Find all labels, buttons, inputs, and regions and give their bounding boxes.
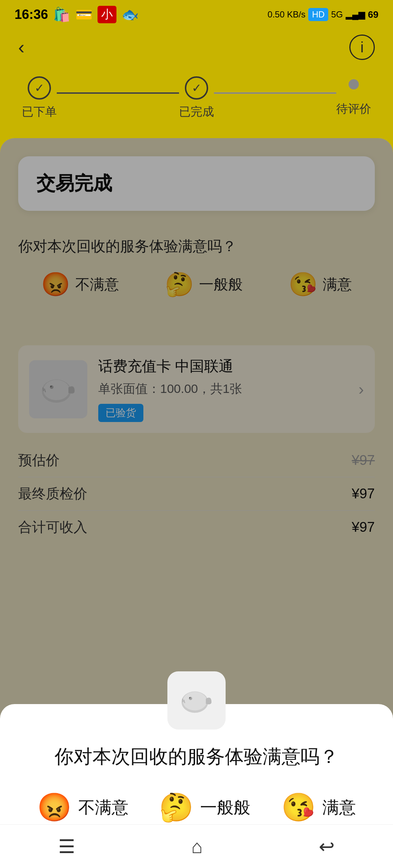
hd-badge: HD <box>308 8 328 21</box>
progress-line-1 <box>57 92 179 94</box>
sheet-neutral-emoji: 🤔 <box>159 791 194 824</box>
app-icon2: 🐟 <box>122 7 139 23</box>
top-nav: ‹ i <box>0 29 393 65</box>
signal-icon: ▂▄▆ <box>346 9 365 20</box>
svg-point-7 <box>183 692 207 710</box>
sheet-icon-container <box>22 671 371 730</box>
svg-point-8 <box>189 697 192 700</box>
info-button[interactable]: i <box>349 35 375 60</box>
sheet-satisfied-label: 满意 <box>322 796 356 819</box>
sheet-dissatisfied-emoji: 😡 <box>37 791 72 824</box>
bottom-nav: ☰ ⌂ ↩ <box>0 824 393 868</box>
step-ordered: ✓ 已下单 <box>22 76 57 120</box>
step2-label: 已完成 <box>179 104 214 120</box>
sheet-icon-box <box>167 671 226 730</box>
sheet-option-neutral[interactable]: 🤔 一般般 <box>159 791 250 824</box>
home-icon: ⌂ <box>191 836 203 857</box>
sheet-option-satisfied[interactable]: 😘 满意 <box>281 791 356 824</box>
sheet-emoji-row: 😡 不满意 🤔 一般般 😘 满意 <box>22 791 371 824</box>
home-button[interactable]: ⌂ <box>170 828 225 865</box>
step3-dot <box>349 79 359 89</box>
step2-circle: ✓ <box>185 76 208 100</box>
progress-line-2 <box>214 92 336 94</box>
status-right: 0.50 KB/s HD 5G ▂▄▆ 69 <box>267 8 378 21</box>
back-nav-button[interactable]: ↩ <box>297 828 357 865</box>
menu-button[interactable]: ☰ <box>36 828 97 865</box>
sheet-dissatisfied-label: 不满意 <box>78 796 128 819</box>
app-icon1: 小 <box>98 6 116 23</box>
alipay-icon: 💳 <box>75 7 92 23</box>
network-speed: 0.50 KB/s <box>267 9 305 20</box>
battery-level: 69 <box>368 9 378 20</box>
network-type: 5G <box>331 9 343 20</box>
step-completed: ✓ 已完成 <box>179 76 214 120</box>
main-bg: 交易完成 你对本次回收的服务体验满意吗？ 😡 不满意 🤔 一般般 😘 满意 <box>0 138 393 867</box>
back-nav-icon: ↩ <box>319 836 335 857</box>
step-pending-review: 待评价 <box>336 79 371 117</box>
sheet-neutral-label: 一般般 <box>200 796 250 819</box>
sheet-fish-illustration <box>176 680 217 720</box>
taobao-icon: 🛍️ <box>53 7 70 23</box>
step1-label: 已下单 <box>22 104 57 120</box>
step1-circle: ✓ <box>28 76 51 100</box>
sheet-option-dissatisfied[interactable]: 😡 不满意 <box>37 791 128 824</box>
sheet-question: 你对本次回收的服务体验满意吗？ <box>22 744 371 769</box>
status-bar: 16:36 🛍️ 💳 小 🐟 0.50 KB/s HD 5G ▂▄▆ 69 <box>0 0 393 29</box>
progress-section: ✓ 已下单 ✓ 已完成 待评价 <box>0 65 393 138</box>
back-button[interactable]: ‹ <box>18 36 24 58</box>
svg-point-9 <box>189 697 191 699</box>
menu-icon: ☰ <box>58 836 75 857</box>
sheet-satisfied-emoji: 😘 <box>281 791 316 824</box>
step3-label: 待评价 <box>336 101 371 117</box>
status-time: 16:36 <box>15 7 48 22</box>
